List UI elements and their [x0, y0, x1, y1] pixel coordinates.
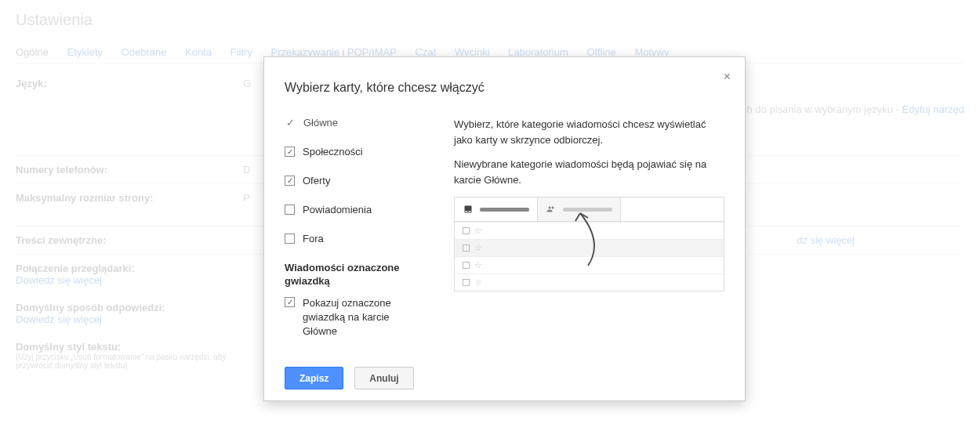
preview-row: ☆ — [455, 256, 724, 273]
preview-tab-bar — [480, 208, 529, 212]
modal-desc-2: Niewybrane kategorie wiadomości będą poj… — [454, 157, 724, 187]
checkbox-promotions[interactable] — [285, 176, 295, 186]
modal-footer: Zapisz Anuluj — [285, 367, 724, 389]
category-updates[interactable]: Powiadomienia — [285, 204, 426, 216]
preview-row: ☆ — [455, 239, 724, 256]
checkmark-icon: ✓ — [285, 118, 296, 129]
modal-title: Wybierz karty, które chcesz włączyć — [285, 81, 724, 95]
category-promotions[interactable]: Oferty — [285, 175, 426, 187]
preview-tab-bar — [563, 208, 612, 212]
starred-header: Wiadomości oznaczone gwiazdką — [285, 262, 426, 288]
preview-row: ☆ — [455, 273, 724, 291]
cancel-button[interactable]: Anuluj — [354, 367, 413, 389]
category-forums[interactable]: Fora — [285, 233, 426, 244]
preview-tab-inactive — [538, 197, 621, 221]
starred-option[interactable]: Pokazuj oznaczone gwiazdką na karcie Głó… — [285, 296, 426, 339]
starred-option-label: Pokazuj oznaczone gwiazdką na karcie Głó… — [303, 296, 426, 339]
modal-right-column: Wybierz, które kategorie wiadomości chce… — [454, 117, 724, 353]
category-promotions-label: Oferty — [303, 175, 330, 187]
checkbox-social[interactable] — [285, 147, 295, 157]
close-icon[interactable]: × — [724, 70, 731, 84]
preview-row: ☆ — [455, 222, 724, 239]
inbox-preview: ☆ ☆ ☆ ☆ — [454, 197, 724, 292]
category-social[interactable]: Społeczności — [285, 146, 426, 158]
modal-left-column: ✓ Główne Społeczności Oferty Powiadomien… — [285, 117, 426, 353]
category-primary: ✓ Główne — [285, 117, 426, 129]
category-updates-label: Powiadomienia — [303, 204, 372, 216]
checkbox-starred[interactable] — [285, 297, 295, 307]
modal-desc-1: Wybierz, które kategorie wiadomości chce… — [454, 117, 724, 147]
checkbox-updates[interactable] — [285, 205, 295, 215]
inbox-icon — [463, 205, 474, 214]
inbox-tabs-modal: × Wybierz karty, które chcesz włączyć ✓ … — [263, 56, 746, 401]
people-icon — [546, 205, 557, 214]
preview-tab-active — [455, 197, 538, 221]
checkbox-forums[interactable] — [285, 234, 295, 244]
save-button[interactable]: Zapisz — [285, 367, 343, 389]
category-primary-label: Główne — [303, 117, 338, 129]
category-forums-label: Fora — [303, 233, 324, 244]
category-social-label: Społeczności — [303, 146, 363, 158]
